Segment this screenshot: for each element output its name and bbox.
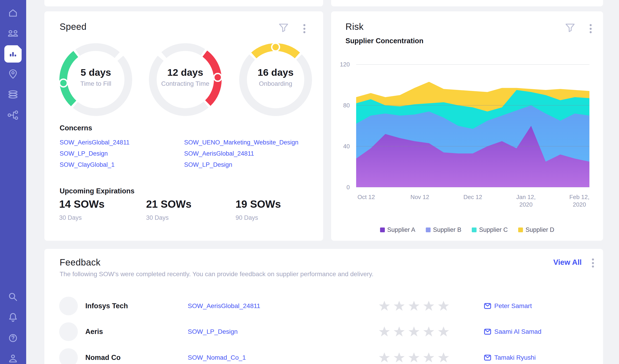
star-icon[interactable] [423,352,435,363]
star-icon[interactable] [393,300,405,312]
more-options-icon[interactable] [592,258,594,267]
x-tick-label: Nov 12 [401,193,439,201]
contact-link[interactable]: Saami Al Samad [484,328,541,335]
star-icon[interactable] [379,326,390,337]
concern-item: SOW_LP_Design [60,148,129,159]
sidebar [0,0,26,364]
star-icon[interactable] [423,300,435,312]
sidebar-item-help[interactable] [7,332,19,344]
supplier-concentration-chart [356,64,590,187]
contact-name: Tamaki Ryushi [494,354,536,361]
star-icon[interactable] [393,352,405,363]
star-icon[interactable] [408,300,420,312]
sidebar-item-team[interactable] [7,28,19,39]
sow-link[interactable]: SOW_AerisGlobal_24811 [60,139,129,146]
legend-swatch [426,227,431,232]
partial-card-top-right [331,0,603,6]
y-tick-label: 40 [331,143,350,150]
star-icon[interactable] [423,326,435,337]
x-tick-label: Dec 12 [453,193,492,201]
gauge-ring [147,41,224,118]
sidebar-item-search[interactable] [7,291,19,303]
help-icon [8,333,18,343]
legend-item-supplier-d: Supplier D [518,226,554,233]
legend-label: Supplier B [433,226,462,233]
star-icon[interactable] [438,352,450,363]
speed-card-title: Speed [60,22,86,32]
concern-item: SOW_AerisGlobal_24811 [60,137,129,148]
sow-link[interactable]: SOW_AerisGlobal_24811 [184,150,254,157]
star-icon[interactable] [438,326,450,337]
feedback-description: The following SOW’s were completed recen… [60,270,373,278]
more-options-icon[interactable] [303,24,305,33]
x-tick-label: Oct 12 [347,193,385,201]
filter-icon[interactable] [565,23,576,33]
gauge-value: 16 days [237,67,314,78]
feedback-card: Feedback View All The following SOW’s we… [44,249,603,364]
sow-link[interactable]: SOW_Nomad_Co_1 [188,354,246,361]
envelope-icon [484,329,491,335]
gauge-ring [57,41,135,118]
supplier-avatar [59,348,78,364]
sidebar-item-home[interactable] [7,7,19,19]
sow-link[interactable]: SOW_LP_Design [188,328,238,335]
gauge-label: Contracting Time [147,80,224,87]
concern-item: SOW_UENO_Marketing_Website_Design [184,137,298,148]
y-tick-label: 80 [331,102,350,109]
gauge-value: 12 days [147,67,224,78]
page-fold [17,45,22,50]
sidebar-item-notifications[interactable] [7,312,19,323]
search-icon [8,292,18,302]
star-icon[interactable] [408,352,420,363]
risk-card-title: Risk [345,22,364,32]
sidebar-item-network[interactable] [7,110,19,121]
more-options-icon[interactable] [590,24,592,33]
view-all-link[interactable]: View All [553,258,582,267]
star-icon[interactable] [408,326,420,337]
legend-item-supplier-c: Supplier C [472,226,508,233]
supplier-avatar [59,322,78,341]
contact-name: Peter Samart [494,302,532,310]
legend-label: Supplier D [525,226,554,233]
gauge-1 [57,41,135,118]
y-tick-label: 120 [331,61,350,68]
sidebar-item-data[interactable] [7,89,19,100]
partial-card-top-left [44,0,323,6]
map-pin-icon [8,69,18,80]
sow-link[interactable]: SOW_UENO_Marketing_Website_Design [184,139,298,146]
star-rating[interactable] [379,352,450,363]
contact-link[interactable]: Tamaki Ryushi [484,354,536,361]
concerns-column-2: SOW_UENO_Marketing_Website_DesignSOW_Aer… [184,137,298,170]
supplier-name: Nomad Co [85,353,121,362]
sidebar-item-reports-active[interactable] [4,45,22,63]
sidebar-item-profile[interactable] [7,353,19,364]
star-icon[interactable] [393,326,405,337]
legend-swatch [472,227,477,232]
sow-link[interactable]: SOW_ClayGlobal_1 [60,161,115,168]
sow-link[interactable]: SOW_AerisGlobal_24811 [188,302,260,310]
feedback-card-title: Feedback [60,257,101,267]
user-icon [8,353,18,364]
legend-swatch [380,227,385,232]
expiration-stat: 14 SOWs 30 Days [59,198,104,221]
sidebar-item-locations[interactable] [7,69,19,80]
bell-icon [8,312,18,323]
star-icon[interactable] [379,300,390,312]
legend-item-supplier-b: Supplier B [426,226,462,233]
gauge-label: Onboarding [237,80,314,87]
users-icon [7,28,19,39]
sow-link[interactable]: SOW_LP_Design [184,161,232,168]
expiration-period: 30 Days [146,214,191,221]
star-rating[interactable] [379,300,450,312]
expiration-stat: 19 SOWs 90 Days [236,198,281,221]
sow-link[interactable]: SOW_LP_Design [60,150,108,157]
star-icon[interactable] [438,300,450,312]
expiration-count: 19 SOWs [236,198,281,210]
y-tick-label: 0 [331,184,350,191]
star-rating[interactable] [379,326,450,337]
bar-chart-icon [8,49,18,59]
filter-icon[interactable] [278,23,289,33]
contact-link[interactable]: Peter Samart [484,302,532,310]
envelope-icon [484,355,491,361]
star-icon[interactable] [379,352,390,363]
